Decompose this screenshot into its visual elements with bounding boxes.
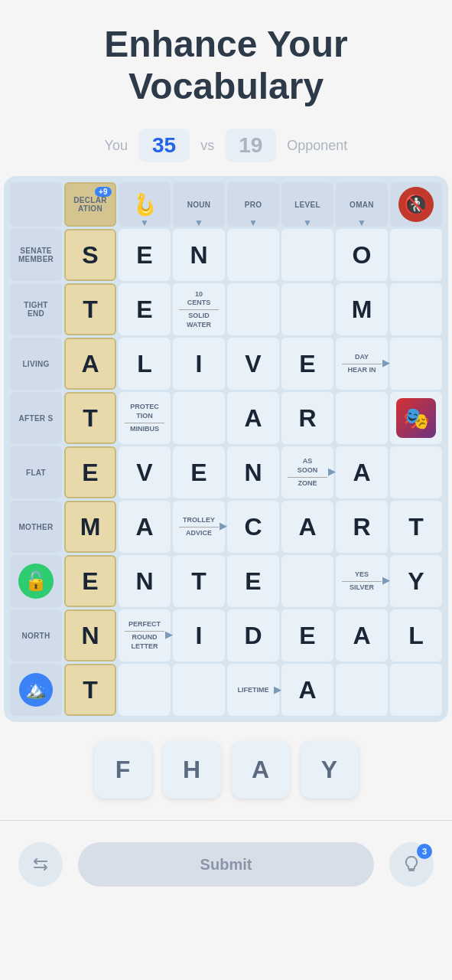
cell-i-row3[interactable]: I [173,338,225,390]
cell-e-row3[interactable]: E [281,338,333,390]
grid-container: DECLARATION +9 🪝 ▼ NOUN ▼ PRO ▼ LEVEL ▼ … [10,182,442,716]
cell-m-row2[interactable]: M [336,283,388,335]
cell-c-row6[interactable]: C [227,501,279,553]
cell-lifetime-row9: LIFETIME ▶ [227,664,279,716]
cell-e-row2[interactable]: E [119,283,171,335]
cell-assoon-row5: ASSOON ZONE ▶ [281,446,333,498]
cell-s[interactable]: S [64,229,116,281]
cell-empty-r9c3 [173,664,225,716]
cell-day-row3: DAY HEAR IN ▶ [336,338,388,390]
badge-plus9: +9 [95,187,112,197]
cell-empty-r5c7 [390,446,442,498]
tile-h[interactable]: H [163,740,221,799]
score-bar: You 35 vs 19 Opponent [105,129,348,162]
cell-woman-row4: 🎭 [390,392,442,444]
cell-a-row5[interactable]: A [336,446,388,498]
mountain-icon: 🏔️ [19,673,53,707]
cell-r-row6[interactable]: R [336,501,388,553]
opp-score: 19 [225,129,276,162]
header-corner [10,182,62,227]
bottom-bar: Submit 3 [0,835,452,902]
arrow-down-noun: ▼ [194,217,203,228]
cell-empty-r4c3 [173,392,225,444]
cell-empty-r1c5 [281,229,333,281]
cell-e-row8[interactable]: E [281,609,333,662]
cell-empty-r3c7 [390,338,442,390]
cell-l-row8[interactable]: L [390,609,442,662]
cell-o-row1[interactable]: O [336,229,388,281]
arrow-down-hook: ▼ [140,217,149,228]
arrow-down-oman: ▼ [357,217,366,228]
cell-l-row3[interactable]: L [119,338,171,390]
cell-a-row4[interactable]: A [227,392,279,444]
swap-button[interactable] [18,842,63,887]
cell-n-row1[interactable]: N [173,229,225,281]
person-icon: 🚷 [398,187,434,222]
label-mountain: 🏔️ [10,664,62,716]
header-hook: 🪝 ▼ [119,182,171,227]
game-grid: DECLARATION +9 🪝 ▼ NOUN ▼ PRO ▼ LEVEL ▼ … [4,176,448,722]
arrow-right-day: ▶ [382,358,389,371]
cell-t-row9[interactable]: T [64,664,116,716]
tile-a[interactable]: A [232,740,290,799]
woman-icon: 🎭 [396,398,436,438]
cell-i-row8[interactable]: I [173,609,225,662]
cell-t-row7[interactable]: T [173,555,225,607]
label-tight-end: TIGHTEND [10,283,62,335]
hint-button[interactable]: 3 [389,842,434,887]
cell-r-row4[interactable]: R [281,392,333,444]
cell-a-row3[interactable]: A [64,338,116,390]
cell-n-row5[interactable]: N [227,446,279,498]
cell-y-row7[interactable]: Y [390,555,442,607]
cell-n-row7[interactable]: N [119,555,171,607]
cell-a-row8[interactable]: A [336,609,388,662]
cell-empty-r2c5 [281,283,333,335]
cell-10cents-row2: 10CENTS SOLIDWATER [173,283,225,335]
cell-d-row8[interactable]: D [227,609,279,662]
letter-tiles-container: F H A Y [94,740,359,799]
arrow-right-yes: ▶ [382,576,389,588]
cell-protection-row4: PROTECTION MINIBUS [119,392,171,444]
you-label: You [105,138,128,154]
cell-e-row7[interactable]: E [64,555,116,607]
cell-a-row6[interactable]: A [119,501,171,553]
arrow-right-lifetime: ▶ [274,684,281,695]
cell-empty-r4c6 [336,392,388,444]
arrow-right-assoon: ▶ [328,467,335,479]
cell-e-row7b[interactable]: E [227,555,279,607]
cell-yes-silver-row7: YES SILVER ▶ [336,555,388,607]
page-title: Enhance Your Vocabulary [0,23,452,107]
cell-trolley-row6: TROLLEY ADVICE ▶ [173,501,225,553]
cell-empty-r2c4 [227,283,279,335]
cell-empty-r2c7 [390,283,442,335]
cell-a-row9[interactable]: A [281,664,333,716]
label-north: NORTH [10,609,62,662]
vs-label: vs [200,138,214,154]
swap-icon [30,854,51,875]
cell-t-row2[interactable]: T [64,283,116,335]
cell-empty-r7c5 [281,555,333,607]
cell-v-row5[interactable]: V [119,446,171,498]
cell-t-row6[interactable]: T [390,501,442,553]
cell-a2-row6[interactable]: A [281,501,333,553]
cell-n-row8[interactable]: N [64,609,116,662]
cell-t-row4[interactable]: T [64,392,116,444]
cell-m-row6[interactable]: M [64,501,116,553]
submit-button[interactable]: Submit [78,842,374,887]
cell-e2-row5[interactable]: E [173,446,225,498]
arrow-down-pro: ▼ [249,217,258,228]
cell-empty-r9c2 [119,664,171,716]
cell-e-row5[interactable]: E [64,446,116,498]
cell-perfect-row8: PERFECT ROUNDLETTER ▶ [119,609,171,662]
header-person: 🚷 [390,182,442,227]
label-lock: 🔓 [10,555,62,607]
label-senate-member: SENATEMEMBER [10,229,62,281]
header-pro: PRO ▼ [227,182,279,227]
tile-y[interactable]: Y [301,740,359,799]
hook-icon: 🪝 [128,188,161,221]
cell-empty-r1c4 [227,229,279,281]
cell-e-row1[interactable]: E [119,229,171,281]
header-level: LEVEL ▼ [281,182,333,227]
cell-v-row3[interactable]: V [227,338,279,390]
tile-f[interactable]: F [94,740,152,799]
